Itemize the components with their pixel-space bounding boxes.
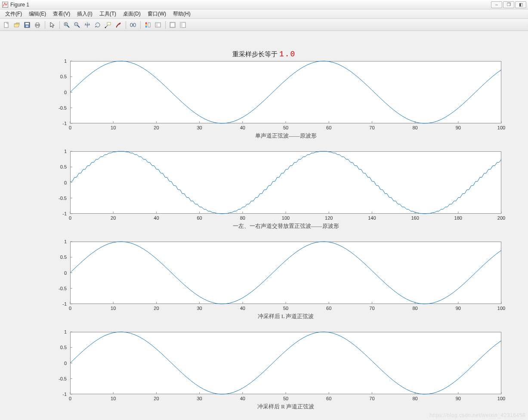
menu-insert[interactable]: 插入(I) bbox=[74, 9, 96, 18]
svg-rect-23 bbox=[148, 23, 150, 27]
svg-text:10: 10 bbox=[111, 125, 116, 130]
svg-text:10: 10 bbox=[111, 306, 116, 311]
svg-rect-3 bbox=[25, 23, 29, 25]
svg-text:1: 1 bbox=[64, 329, 67, 334]
series-4 bbox=[70, 332, 501, 394]
svg-text:40: 40 bbox=[240, 396, 245, 401]
hide-plot-icon[interactable] bbox=[168, 20, 177, 30]
menu-edit[interactable]: 编辑(E) bbox=[25, 9, 49, 18]
colorbar-icon[interactable] bbox=[143, 20, 152, 30]
svg-text:80: 80 bbox=[412, 306, 417, 311]
rotate-icon[interactable] bbox=[93, 20, 102, 30]
print-icon[interactable] bbox=[33, 20, 42, 30]
svg-text:70: 70 bbox=[369, 396, 374, 401]
svg-text:90: 90 bbox=[456, 306, 461, 311]
watermark: https://blog.csdn.net/weixin_42316458 bbox=[429, 412, 525, 418]
svg-text:60: 60 bbox=[326, 396, 331, 401]
svg-text:30: 30 bbox=[197, 396, 202, 401]
svg-text:0.5: 0.5 bbox=[60, 345, 67, 350]
menu-file[interactable]: 文件(F) bbox=[2, 9, 25, 18]
svg-line-13 bbox=[77, 25, 80, 28]
svg-text:50: 50 bbox=[283, 306, 288, 311]
restore-button[interactable]: ◧ bbox=[515, 1, 526, 8]
menu-tools[interactable]: 工具(T) bbox=[96, 9, 120, 18]
svg-text:200: 200 bbox=[497, 215, 505, 221]
svg-text:20: 20 bbox=[154, 396, 159, 401]
svg-rect-24 bbox=[155, 23, 161, 27]
subplot-title-1: 单声道正弦波——原波形 bbox=[70, 132, 501, 140]
menu-window[interactable]: 窗口(W) bbox=[144, 9, 170, 18]
svg-text:20: 20 bbox=[154, 306, 159, 311]
axes-2: 020406080100120140160180200-1-0.500.51 bbox=[70, 151, 501, 214]
svg-text:30: 30 bbox=[197, 125, 202, 130]
series-1 bbox=[70, 61, 501, 123]
svg-text:0: 0 bbox=[64, 270, 67, 276]
zoom-in-icon[interactable] bbox=[62, 20, 71, 30]
svg-rect-30 bbox=[180, 22, 182, 28]
svg-text:0.5: 0.5 bbox=[60, 74, 67, 79]
toolbar-separator bbox=[43, 20, 46, 30]
svg-text:80: 80 bbox=[240, 215, 245, 221]
svg-text:-1: -1 bbox=[62, 211, 67, 216]
svg-text:60: 60 bbox=[326, 125, 331, 130]
svg-text:1: 1 bbox=[64, 149, 67, 154]
svg-rect-15 bbox=[107, 22, 111, 25]
minimize-button[interactable]: – bbox=[491, 1, 502, 8]
svg-text:180: 180 bbox=[454, 215, 462, 221]
svg-text:40: 40 bbox=[154, 215, 159, 221]
show-plot-icon[interactable] bbox=[178, 20, 188, 30]
figure-title: 重采样步长等于 1.0 bbox=[0, 50, 528, 58]
datacursor-icon[interactable] bbox=[103, 20, 113, 30]
svg-text:100: 100 bbox=[497, 306, 505, 311]
svg-text:0.5: 0.5 bbox=[60, 164, 67, 169]
svg-text:160: 160 bbox=[411, 215, 419, 221]
svg-text:10: 10 bbox=[111, 396, 116, 401]
svg-text:40: 40 bbox=[240, 125, 245, 130]
svg-text:0: 0 bbox=[69, 215, 71, 221]
svg-text:70: 70 bbox=[369, 306, 374, 311]
svg-text:0: 0 bbox=[69, 125, 71, 130]
figure-title-prefix: 重采样步长等于 bbox=[232, 50, 279, 58]
brush-icon[interactable] bbox=[114, 20, 123, 30]
toolbar-separator bbox=[164, 20, 167, 30]
subplot-title-4: 冲采样后 R 声道正弦波 bbox=[70, 403, 501, 411]
menu-help[interactable]: 帮助(H) bbox=[170, 9, 194, 18]
pointer-icon[interactable] bbox=[47, 20, 57, 30]
svg-text:60: 60 bbox=[326, 306, 331, 311]
menu-desktop[interactable]: 桌面(D) bbox=[120, 9, 144, 18]
axes-3: 0102030405060708090100-1-0.500.51 bbox=[70, 242, 501, 304]
legend-icon[interactable] bbox=[153, 20, 163, 30]
svg-rect-4 bbox=[26, 25, 28, 27]
svg-text:140: 140 bbox=[368, 215, 376, 221]
titlebar: Figure 1 – ❐ ◧ bbox=[0, 0, 528, 9]
zoom-out-icon[interactable] bbox=[72, 20, 82, 30]
svg-text:60: 60 bbox=[197, 215, 202, 221]
svg-text:100: 100 bbox=[497, 396, 505, 401]
svg-text:-0.5: -0.5 bbox=[59, 376, 67, 381]
subplot-title-3: 冲采样后 L 声道正弦波 bbox=[70, 313, 501, 320]
svg-text:90: 90 bbox=[456, 396, 461, 401]
svg-text:80: 80 bbox=[412, 125, 417, 130]
series-3 bbox=[70, 242, 501, 304]
svg-text:70: 70 bbox=[369, 125, 374, 130]
svg-text:30: 30 bbox=[197, 306, 202, 311]
toolbar-separator bbox=[139, 20, 142, 30]
svg-text:20: 20 bbox=[111, 215, 116, 221]
save-icon[interactable] bbox=[22, 20, 32, 30]
svg-rect-6 bbox=[36, 23, 39, 25]
svg-text:20: 20 bbox=[154, 125, 159, 130]
pan-icon[interactable] bbox=[83, 20, 92, 30]
open-icon[interactable] bbox=[12, 20, 22, 30]
maximize-button[interactable]: ❐ bbox=[503, 1, 514, 8]
figure-title-value: 1.0 bbox=[279, 50, 296, 58]
svg-text:0: 0 bbox=[69, 306, 71, 311]
new-file-icon[interactable] bbox=[2, 20, 11, 30]
svg-text:0.5: 0.5 bbox=[60, 254, 67, 260]
svg-text:0: 0 bbox=[64, 90, 67, 95]
link-icon[interactable] bbox=[128, 20, 138, 30]
svg-rect-0 bbox=[3, 2, 8, 7]
svg-text:-0.5: -0.5 bbox=[59, 286, 67, 291]
svg-text:100: 100 bbox=[282, 215, 290, 221]
menu-view[interactable]: 查看(V) bbox=[49, 9, 74, 18]
toolbar bbox=[0, 19, 528, 31]
